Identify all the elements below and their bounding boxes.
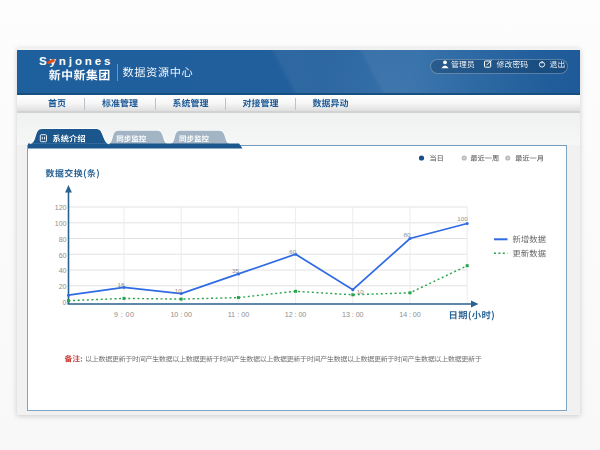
svg-text:40: 40 [59,267,67,274]
svg-text:100: 100 [457,215,468,222]
svg-text:120: 120 [55,204,67,211]
svg-text:10: 10 [175,287,182,294]
svg-text:60: 60 [289,248,296,255]
svg-text:35: 35 [232,267,239,274]
svg-text:13 : 00: 13 : 00 [342,310,364,319]
svg-text:14 : 00: 14 : 00 [399,310,421,319]
svg-text:11 : 00: 11 : 00 [228,310,250,319]
svg-text:10: 10 [357,288,364,295]
svg-text:9 : 00: 9 : 00 [114,310,134,319]
svg-text:12 : 00: 12 : 00 [285,310,307,319]
svg-text:20: 20 [59,283,67,290]
svg-text:10 : 00: 10 : 00 [170,310,192,319]
svg-text:100: 100 [55,220,67,227]
svg-text:80: 80 [59,236,67,243]
svg-text:60: 60 [59,252,67,259]
svg-text:80: 80 [404,231,411,238]
svg-text:0: 0 [63,299,67,306]
svg-text:18: 18 [118,281,125,288]
